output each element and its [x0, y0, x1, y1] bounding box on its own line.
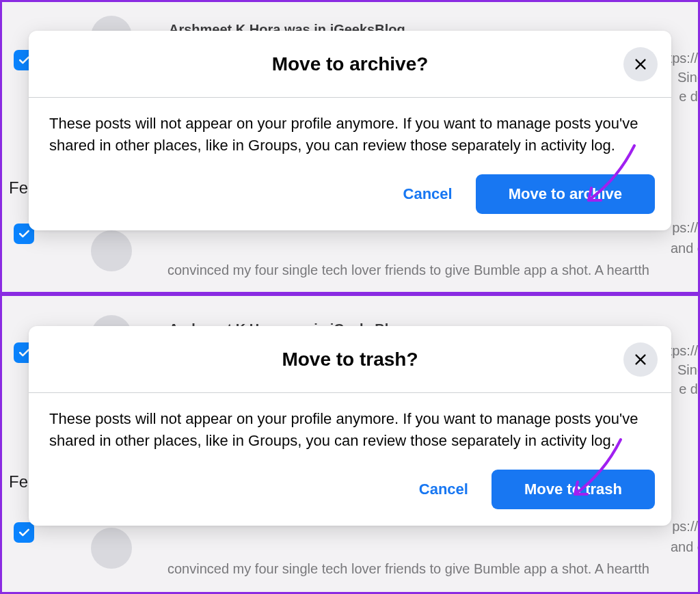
confirm-dialog-archive: Move to archive? These posts will not ap… — [29, 31, 671, 230]
bg-snippet: Sing — [677, 68, 700, 87]
screenshot-panel-archive: Arshmeet K Hora was in iGeeksBlog tps://… — [0, 0, 700, 294]
dialog-header: Move to trash? — [29, 326, 671, 393]
avatar — [91, 528, 132, 569]
bg-snippet: convinced my four single tech lover frie… — [167, 260, 649, 280]
cancel-button[interactable]: Cancel — [403, 471, 485, 508]
confirm-dialog-trash: Move to trash? These posts will not appe… — [29, 326, 671, 526]
dialog-body: These posts will not appear on your prof… — [29, 98, 671, 162]
cancel-button[interactable]: Cancel — [387, 176, 469, 213]
bg-snippet: tps://v — [669, 341, 700, 360]
bg-snippet: e dy — [679, 379, 700, 399]
dialog-body: These posts will not appear on your prof… — [29, 393, 671, 457]
close-button[interactable] — [623, 342, 658, 377]
check-icon — [17, 526, 31, 539]
bg-snippet: ps://v — [672, 218, 700, 237]
bg-snippet: tps://v — [669, 49, 700, 68]
bg-snippet: e dy — [679, 87, 700, 106]
feed-label: Fe — [9, 472, 28, 491]
dialog-title: Move to trash? — [282, 349, 418, 370]
close-icon — [633, 352, 648, 367]
dialog-header: Move to archive? — [29, 31, 671, 98]
bg-snippet: convinced my four single tech lover frie… — [167, 559, 649, 578]
avatar — [91, 230, 132, 271]
bg-snippet: Sing — [677, 360, 700, 379]
dialog-footer: Cancel Move to archive — [29, 162, 671, 230]
screenshot-panel-trash: Arshmeet K Hora was in iGeeksBlog tps://… — [0, 294, 700, 594]
bg-snippet: and e — [671, 537, 700, 556]
bg-snippet: ps://v — [672, 517, 700, 536]
confirm-trash-button[interactable]: Move to trash — [492, 470, 655, 509]
confirm-archive-button[interactable]: Move to archive — [476, 174, 655, 214]
bg-snippet: and e — [671, 239, 700, 258]
dialog-footer: Cancel Move to trash — [29, 457, 671, 526]
dialog-title: Move to archive? — [272, 53, 429, 75]
feed-label: Fe — [9, 178, 28, 198]
close-icon — [633, 57, 648, 72]
close-button[interactable] — [623, 47, 658, 81]
